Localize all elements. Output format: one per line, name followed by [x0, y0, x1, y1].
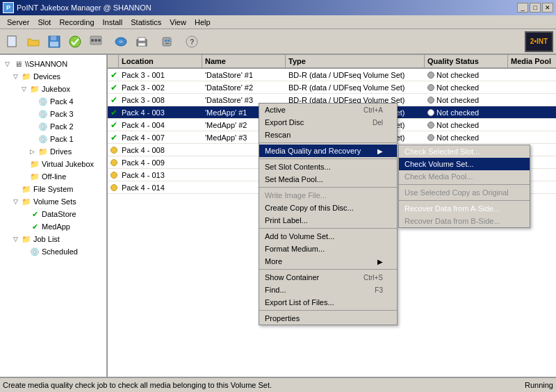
- tree-item-medapp[interactable]: ▷ ✔ MedApp: [0, 220, 106, 233]
- tree-item-scheduled[interactable]: ▷ 💿 Scheduled: [0, 245, 106, 258]
- joblist-icon: 📁: [21, 234, 32, 244]
- context-menu-item-more[interactable]: More▶: [259, 255, 397, 268]
- expand-drives[interactable]: ▷: [26, 146, 38, 157]
- tree-label-datastore: DataStore: [42, 210, 76, 218]
- tree-label-scheduled: Scheduled: [42, 247, 78, 256]
- menu-slot[interactable]: Slot: [33, 17, 55, 28]
- tree-panel: ▽ 🖥 \\SHANNON ▽ 📁 Devices ▽ 📁 Jukebox ▷ …: [0, 55, 108, 377]
- menu-statistics[interactable]: Statistics: [126, 17, 165, 28]
- td-icon: ✔: [108, 95, 119, 105]
- tree-label-joblist: Job List: [33, 235, 60, 243]
- menu-install[interactable]: Install: [99, 17, 127, 28]
- tree-item-datastore[interactable]: ▷ ✔ DataStore: [0, 208, 106, 220]
- save-button[interactable]: [44, 32, 64, 51]
- table-row[interactable]: ✔ Pack 3 - 001 'DataStore' #1 BD-R (data…: [108, 69, 556, 81]
- context-menu-item-media_quality[interactable]: Media Quality and Recovery▶Check Selecte…: [259, 145, 397, 157]
- status-right: Running: [525, 381, 553, 389]
- th-quality[interactable]: Quality Status: [425, 55, 508, 67]
- menu-view[interactable]: View: [165, 17, 190, 28]
- config-button[interactable]: [86, 32, 106, 51]
- context-menu-item-active[interactable]: ActiveCtrl+A: [259, 104, 397, 116]
- context-menu-item-properties[interactable]: Properties: [259, 312, 397, 325]
- tree-item-pack3[interactable]: ▷ 💿 Pack 3: [0, 108, 106, 120]
- quality-text: Not checked: [436, 121, 479, 129]
- tree-item-pack4[interactable]: ▷ 💿 Pack 4: [0, 95, 106, 108]
- tree-item-pack2[interactable]: ▷ 💿 Pack 2: [0, 120, 106, 133]
- robot-button[interactable]: [157, 32, 177, 51]
- submenu-item-recover_a[interactable]: Recover Data from A-Side...: [399, 202, 530, 215]
- tree-item-devices[interactable]: ▽ 📁 Devices: [0, 70, 106, 83]
- tree-item-volumesets[interactable]: ▽ 📁 Volume Sets: [0, 195, 106, 208]
- context-menu-item-export_list[interactable]: Export List of Files...: [259, 296, 397, 309]
- tree-item-pack1[interactable]: ▷ 💿 Pack 1: [0, 133, 106, 145]
- expand-devices[interactable]: ▽: [10, 71, 21, 82]
- minimize-button[interactable]: _: [517, 3, 528, 13]
- tree-item-joblist[interactable]: ▽ 📁 Job List: [0, 233, 106, 245]
- quality-circle-icon: [427, 72, 434, 79]
- tree-item-shannon[interactable]: ▽ 🖥 \\SHANNON: [0, 58, 106, 70]
- context-menu-item-rescan[interactable]: Rescan: [259, 129, 397, 141]
- context-menu: ActiveCtrl+AExport DiscDelRescanMedia Qu…: [259, 103, 398, 325]
- tree-item-vjukebox[interactable]: ▷ 📁 Virtual Jukebox: [0, 158, 106, 170]
- th-pool[interactable]: Media Pool: [508, 55, 556, 67]
- help-button[interactable]: ?: [182, 32, 202, 51]
- context-menu-item-find[interactable]: Find...F3: [259, 284, 397, 296]
- disk-manager-button[interactable]: [111, 32, 131, 51]
- tree-item-drives[interactable]: ▷ 📁 Drives: [0, 145, 106, 158]
- quality-text: Not checked: [436, 96, 479, 104]
- td-quality: Not checked: [425, 83, 508, 92]
- row-check-icon: ✔: [111, 108, 117, 117]
- table-row[interactable]: ✔ Pack 3 - 002 'DataStore' #2 BD-R (data…: [108, 81, 556, 94]
- submenu-item-recover_b: Recover Data from B-Side...: [399, 215, 530, 227]
- tree-item-offline[interactable]: ▷ 📁 Off-line: [0, 170, 106, 183]
- context-menu-item-set_slot[interactable]: Set Slot Contents...: [259, 161, 397, 173]
- td-icon: [108, 184, 119, 191]
- context-menu-item-export_disc[interactable]: Export DiscDel: [259, 116, 397, 129]
- context-menu-item-set_media_pool[interactable]: Set Media Pool...: [259, 173, 397, 186]
- quality-circle-icon: [427, 109, 434, 116]
- submenu-item-check_volume[interactable]: Check Volume Set...: [399, 158, 530, 170]
- menu-server[interactable]: Server: [3, 17, 33, 28]
- close-button[interactable]: ✕: [542, 3, 553, 13]
- expand-jukebox[interactable]: ▽: [18, 83, 29, 95]
- tree-item-jukebox[interactable]: ▽ 📁 Jukebox: [0, 83, 106, 95]
- check-button[interactable]: [65, 32, 85, 51]
- menu-help[interactable]: Help: [190, 17, 215, 28]
- context-menu-item-add_vol[interactable]: Add to Volume Set...: [259, 230, 397, 243]
- new-button[interactable]: [3, 32, 22, 51]
- ctx-shortcut-export_disc: Del: [373, 119, 383, 126]
- svg-rect-17: [167, 40, 170, 42]
- expand-volumesets[interactable]: ▽: [10, 196, 21, 207]
- context-menu-item-print_label[interactable]: Print Label...: [259, 214, 397, 227]
- quality-circle-icon: [427, 122, 434, 129]
- tree-item-filesystem[interactable]: ▷ 📁 File System: [0, 183, 106, 195]
- submenu-item-check_selected[interactable]: Check Selected Slot...: [399, 145, 530, 158]
- th-type[interactable]: Type: [286, 55, 425, 67]
- maximize-button[interactable]: □: [530, 3, 541, 13]
- context-menu-item-format[interactable]: Format Medium...: [259, 243, 397, 255]
- ctx-label-set_slot: Set Slot Contents...: [265, 163, 331, 171]
- td-icon: [108, 159, 119, 166]
- svg-rect-1: [8, 36, 16, 47]
- ctx-label-create_copy: Create Copy of this Disc...: [265, 204, 354, 212]
- row-check-icon: ✔: [111, 70, 117, 80]
- printer-button[interactable]: [132, 32, 152, 51]
- pack1-icon: 💿: [38, 134, 49, 144]
- filesystem-icon: 📁: [21, 184, 32, 194]
- td-quality: Not checked: [425, 133, 508, 142]
- tree-label-drives: Drives: [50, 147, 72, 156]
- expand-shannon[interactable]: ▽: [1, 58, 13, 70]
- open-button[interactable]: [24, 32, 43, 51]
- context-menu-item-show_container[interactable]: Show ContainerCtrl+S: [259, 271, 397, 284]
- row-yellow-icon: [111, 172, 117, 179]
- context-menu-item-create_copy[interactable]: Create Copy of this Disc...: [259, 202, 397, 214]
- context-menu-separator: [259, 142, 397, 143]
- tree-label-pack2: Pack 2: [50, 122, 74, 131]
- th-name[interactable]: Name: [202, 55, 286, 67]
- jukebox-folder-icon: 📁: [29, 84, 40, 94]
- td-icon: [108, 147, 119, 154]
- th-location[interactable]: Location: [119, 55, 202, 67]
- td-location: Pack 4 - 003: [119, 108, 202, 117]
- menu-recording[interactable]: Recording: [55, 17, 98, 28]
- expand-joblist[interactable]: ▽: [10, 234, 21, 245]
